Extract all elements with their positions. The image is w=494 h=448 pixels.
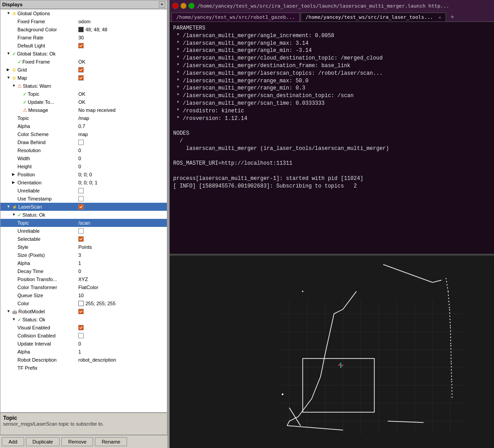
tree-item[interactable]: Width0 [0, 154, 167, 162]
tree-item[interactable]: Alpha1 [0, 259, 167, 267]
tree-item-value: 30 [77, 35, 166, 40]
tree-item[interactable]: Update Interval0 [0, 340, 167, 348]
tree-item[interactable]: Unreliable [0, 227, 167, 235]
tab-2[interactable]: /home/yancey/test_ws/src/ira_laser_tools… [301, 13, 446, 21]
tree-item[interactable]: Alpha1 [0, 348, 167, 356]
tree-item[interactable]: Height0 [0, 162, 167, 171]
tree-item[interactable]: Color Schememap [0, 130, 167, 138]
window-close-button[interactable] [172, 3, 179, 9]
tree-item[interactable]: Color TransformerFlatColor [0, 283, 167, 291]
bottom-buttons: Add Duplicate Remove Rename [0, 435, 167, 448]
tree-item[interactable]: ⚙Map [0, 74, 167, 82]
tree-item[interactable]: Collision Enabled [0, 332, 167, 340]
tree-item-name: Topic [28, 91, 39, 97]
tree-item[interactable]: Draw Behind [0, 138, 167, 146]
tree-item-value: XYZ [77, 277, 166, 282]
tree-item[interactable]: ✓Fixed FrameOK [0, 58, 167, 66]
displays-close-button[interactable]: ✕ [159, 1, 165, 8]
tree-item[interactable]: Use Timestamp [0, 195, 167, 203]
color-swatch [78, 301, 84, 306]
tree-item-name: Robot Description [17, 357, 56, 363]
checkbox-unchecked[interactable] [78, 196, 84, 201]
gear-icon: ⚙ [12, 67, 17, 73]
tree-item[interactable]: Topic/scan [0, 219, 167, 227]
tab-1[interactable]: /home/yancey/test_ws/src/robot1_gazeb... [171, 13, 300, 21]
laser-icon: ⚡ [12, 204, 18, 209]
checkbox-unchecked[interactable] [78, 140, 84, 145]
tree-item[interactable]: ⚠Status: Warn [0, 82, 167, 90]
tree-item[interactable]: ✓Status: Ok [0, 316, 167, 324]
warn-icon: ⚠ [23, 107, 28, 113]
tree-item[interactable]: Queue Size10 [0, 291, 167, 299]
tree-item-value [77, 333, 166, 338]
window-maximize-button[interactable] [188, 3, 195, 9]
tree-item[interactable]: ✓Global Status: Ok [0, 50, 167, 58]
tree-item[interactable]: Color255; 255; 255 [0, 299, 167, 307]
tree-item-name: Color [17, 301, 29, 306]
remove-button[interactable]: Remove [61, 437, 93, 446]
checkbox-checked[interactable] [78, 236, 84, 242]
tree-item-name: Unreliable [17, 188, 40, 193]
tree-item[interactable]: ✓Status: Ok [0, 211, 167, 219]
duplicate-button[interactable]: Duplicate [26, 437, 60, 446]
tree-item-name: Global Status: Ok [17, 51, 55, 56]
tree-item[interactable]: Default Light [0, 42, 167, 50]
tree-item-name: Draw Behind [17, 140, 46, 145]
tree-item[interactable]: Topic/map [0, 114, 167, 122]
tree-item-name: Status: Ok [22, 212, 45, 218]
tree-item-value: 48; 48; 48 [77, 27, 166, 32]
tree-item-name: Selectable [17, 236, 40, 242]
tree-item[interactable]: Orientation0; 0; 0; 1 [0, 179, 167, 187]
tree-item[interactable]: Alpha0.7 [0, 122, 167, 130]
tree-item[interactable]: ⚙Global Options [0, 9, 167, 17]
tree-item[interactable]: Decay Time0 [0, 267, 167, 275]
tree-item[interactable]: TF Prefix [0, 364, 167, 372]
tree-item[interactable]: Position Transfo...XYZ [0, 275, 167, 283]
checkbox-checked[interactable] [78, 325, 84, 330]
tree-item[interactable]: StylePoints [0, 243, 167, 251]
rename-button[interactable]: Rename [95, 437, 127, 446]
tree-item[interactable]: ⚡LaserScan [0, 203, 167, 211]
checkbox-checked[interactable] [78, 67, 84, 73]
tree-item-name: Alpha [17, 260, 30, 266]
tree-item[interactable]: ✓TopicOK [0, 90, 167, 98]
checkbox-unchecked[interactable] [78, 188, 84, 193]
tree-item[interactable]: ⚠MessageNo map received [0, 106, 167, 114]
tree-item-name: Collision Enabled [17, 333, 55, 338]
checkbox-checked[interactable] [78, 75, 84, 81]
checkbox-unchecked[interactable] [78, 228, 84, 234]
checkmark-icon: ✓ [23, 99, 28, 105]
terminal-output[interactable]: PARAMETERS * /laserscan_multi_merger/ang… [170, 22, 494, 254]
checkbox-checked[interactable] [78, 43, 84, 48]
tree-item[interactable]: Frame Rate30 [0, 34, 167, 42]
window-minimize-button[interactable] [180, 3, 187, 9]
tree-item[interactable]: Robot Descriptionrobot_description [0, 356, 167, 364]
checkmark-icon: ✓ [17, 317, 22, 323]
new-tab-button[interactable]: + [447, 12, 458, 21]
tree-item[interactable]: 🤖RobotModel [0, 307, 167, 316]
tree-item[interactable]: Selectable [0, 235, 167, 243]
tree-item[interactable]: Position0; 0; 0 [0, 171, 167, 179]
tab-2-label: /home/yancey/test_ws/src/ira_laser_tools… [306, 14, 433, 20]
tree-item[interactable]: ✓Update To...OK [0, 98, 167, 106]
tree-item-value [77, 140, 166, 145]
tree-item[interactable]: Background Color48; 48; 48 [0, 26, 167, 34]
window-controls [172, 3, 195, 9]
tree-item[interactable]: ⚙Grid [0, 66, 167, 74]
tab-2-close[interactable]: ✕ [439, 15, 441, 20]
tree-item[interactable]: Unreliable [0, 187, 167, 195]
tree-item-value [77, 325, 166, 330]
checkbox-checked[interactable] [78, 309, 84, 314]
visualization-area[interactable]: mappingris... [170, 256, 494, 448]
tree-item-value: robot_description [77, 357, 166, 363]
checkbox-unchecked[interactable] [78, 333, 84, 338]
tree-item-name: Frame Rate [17, 35, 43, 40]
tree-item-name: Status: Warn [23, 83, 51, 89]
checkbox-checked[interactable] [78, 204, 84, 209]
add-button[interactable]: Add [2, 437, 24, 446]
tree-item[interactable]: Fixed Frameodom [0, 17, 167, 26]
tree-item[interactable]: Size (Pixels)3 [0, 251, 167, 259]
tree-item[interactable]: Resolution0 [0, 146, 167, 154]
tree-item[interactable]: Visual Enabled [0, 324, 167, 332]
tree-item-name: Topic [17, 115, 29, 121]
